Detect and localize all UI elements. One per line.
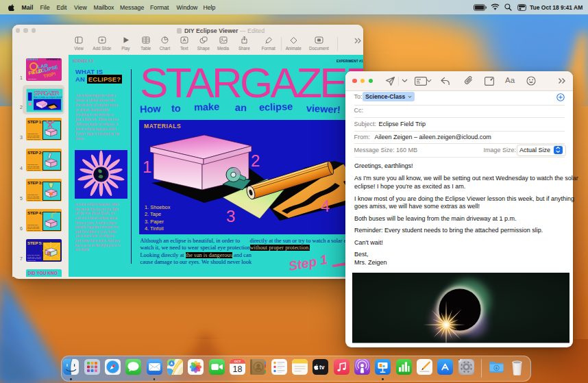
svg-text:4. Tinfoil: 4. Tinfoil xyxy=(145,225,164,231)
svg-text:2: 2 xyxy=(251,151,260,170)
svg-text:OCT: OCT xyxy=(234,360,241,364)
svg-text:tv: tv xyxy=(319,364,325,371)
svg-text:3. Paper: 3. Paper xyxy=(145,218,164,224)
svg-text:18: 18 xyxy=(232,365,242,374)
svg-text:1: 1 xyxy=(143,158,151,176)
svg-text:3: 3 xyxy=(226,207,235,225)
svg-text:Mrs Zeigen: Mrs Zeigen xyxy=(28,78,37,80)
svg-text:How to make an eclipse viewer!: How to make an eclipse viewer! xyxy=(34,96,62,99)
svg-text:4: 4 xyxy=(321,197,330,215)
svg-text:1. Shoebox: 1. Shoebox xyxy=(145,204,171,210)
svg-text:2. Tape: 2. Tape xyxy=(145,211,161,217)
svg-text:FIELD: FIELD xyxy=(27,68,42,75)
